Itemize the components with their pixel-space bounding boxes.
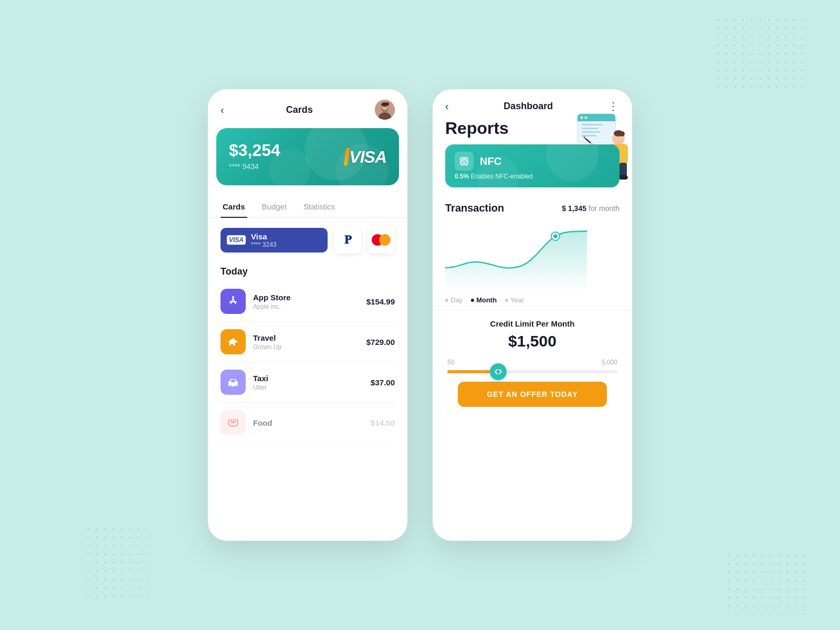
slider-thumb[interactable]	[490, 363, 507, 380]
taxi-amount: $37.00	[371, 378, 395, 387]
svg-point-9	[235, 385, 237, 387]
dots-decoration-bottom-left	[84, 525, 147, 598]
svg-rect-20	[582, 135, 596, 136]
transaction-title: Transaction	[445, 202, 504, 214]
reports-section: Reports	[433, 119, 632, 138]
card-tabs: Cards Budget Statistics	[208, 196, 407, 218]
appstore-name: App Store	[253, 293, 359, 302]
svg-point-8	[229, 385, 232, 387]
nfc-icon-box	[455, 152, 474, 171]
back-button[interactable]: ‹	[220, 104, 224, 116]
today-section: Today App Store Apple inc. $154.99	[208, 262, 407, 443]
visa-card-info: Visa **** 3243	[251, 232, 277, 248]
svg-point-5	[386, 102, 389, 106]
get-offer-button[interactable]: GET AN OFFER TODAY	[458, 382, 607, 407]
travel-info: Travel Grown Up	[253, 333, 359, 351]
taxi-icon	[220, 370, 246, 395]
period-month[interactable]: Month	[471, 296, 497, 304]
nfc-sub: 0.5% Enables NFC-enabled	[455, 173, 610, 180]
avatar-image	[375, 100, 395, 120]
dots-decoration-bottom-right	[724, 551, 808, 614]
dashboard-title: Dashboard	[503, 101, 553, 112]
travel-amount: $729.00	[366, 338, 395, 346]
period-day[interactable]: Day	[445, 296, 463, 304]
period-year[interactable]: Year	[505, 296, 524, 304]
nfc-row: NFC	[455, 152, 610, 171]
mastercard-icon-box[interactable]	[368, 226, 395, 254]
credit-limit-amount: $1,500	[445, 332, 620, 350]
transaction-header: Transaction $ 1,345 for month	[433, 194, 632, 216]
cards-header: ‹ Cards	[208, 89, 407, 128]
transaction-travel[interactable]: Travel Grown Up $729.00	[220, 322, 395, 362]
food-name: Food	[253, 418, 363, 427]
tab-cards[interactable]: Cards	[220, 196, 247, 217]
dashboard-phone: ‹ Dashboard ⋮ Reports	[433, 89, 632, 541]
period-day-dot	[445, 299, 448, 302]
svg-point-34	[553, 234, 558, 238]
slider-track	[447, 370, 617, 373]
svg-rect-17	[582, 124, 603, 125]
svg-rect-31	[460, 158, 468, 165]
food-icon	[220, 410, 246, 435]
visa-card-item[interactable]: VISA Visa **** 3243	[220, 228, 328, 253]
dashboard-back-button[interactable]: ‹	[445, 100, 449, 112]
visa-logo: VISA	[345, 147, 386, 166]
credit-limit-section: Credit Limit Per Month $1,500 50 5,000	[433, 310, 632, 415]
visa-small-logo: VISA	[227, 235, 246, 245]
cards-phone: ‹ Cards	[208, 89, 407, 541]
transaction-chart	[433, 216, 632, 290]
travel-icon	[220, 329, 246, 354]
transaction-appstore[interactable]: App Store Apple inc. $154.99	[220, 281, 395, 322]
screens-container: ‹ Cards	[208, 89, 632, 541]
travel-name: Travel	[253, 333, 359, 342]
visa-card-name: Visa	[251, 232, 277, 241]
transaction-period: for month	[589, 204, 620, 213]
nfc-label: NFC	[480, 155, 501, 167]
dots-decoration-top-right	[714, 16, 808, 89]
visa-card-num: **** 3243	[251, 241, 277, 248]
paypal-icon-box[interactable]: 𝐏	[334, 226, 361, 254]
today-title: Today	[220, 266, 395, 277]
slider-min-label: 50	[447, 359, 454, 366]
appstore-icon	[220, 289, 246, 314]
credit-slider[interactable]: 50 5,000	[445, 359, 620, 373]
credit-limit-title: Credit Limit Per Month	[445, 319, 620, 328]
appstore-amount: $154.99	[366, 297, 395, 306]
more-options-button[interactable]: ⋮	[608, 100, 620, 112]
svg-point-23	[620, 131, 625, 136]
food-info: Food	[253, 418, 363, 427]
nfc-card: NFC 0.5% Enables NFC-enabled	[445, 144, 620, 187]
food-amount: $14.50	[371, 418, 395, 427]
transaction-taxi[interactable]: Taxi Uber $37.00	[220, 362, 395, 403]
mastercard-icon	[372, 234, 391, 246]
svg-rect-10	[231, 380, 235, 382]
appstore-info: App Store Apple inc.	[253, 293, 359, 310]
taxi-sub: Uber	[253, 384, 363, 391]
period-tabs: Day Month Year	[433, 290, 632, 310]
tab-budget[interactable]: Budget	[260, 196, 289, 217]
credit-card: $3,254 **** 9434 VISA	[216, 128, 399, 185]
tab-statistics[interactable]: Statistics	[301, 196, 337, 217]
period-year-dot	[505, 299, 508, 302]
svg-point-15	[581, 117, 583, 119]
transaction-amount-month: $ 1,345 for month	[562, 204, 620, 213]
period-month-dot	[471, 299, 474, 302]
svg-rect-19	[582, 131, 601, 133]
svg-rect-14	[578, 119, 615, 121]
slider-max-label: 5,000	[602, 359, 617, 366]
paypal-icon: 𝐏	[344, 233, 351, 247]
payment-methods: VISA Visa **** 3243 𝐏	[208, 218, 407, 262]
svg-point-6	[232, 296, 234, 298]
appstore-sub: Apple inc.	[253, 303, 359, 310]
reports-title: Reports	[445, 119, 509, 138]
svg-point-32	[464, 162, 465, 164]
cards-title: Cards	[286, 104, 313, 116]
taxi-info: Taxi Uber	[253, 374, 363, 391]
svg-point-16	[585, 117, 587, 119]
travel-sub: Grown Up	[253, 343, 359, 351]
slider-labels: 50 5,000	[447, 359, 617, 366]
transaction-amount-value: $ 1,345	[562, 204, 586, 213]
transaction-food[interactable]: Food $14.50	[220, 403, 395, 443]
avatar[interactable]	[375, 100, 395, 120]
taxi-name: Taxi	[253, 374, 363, 383]
